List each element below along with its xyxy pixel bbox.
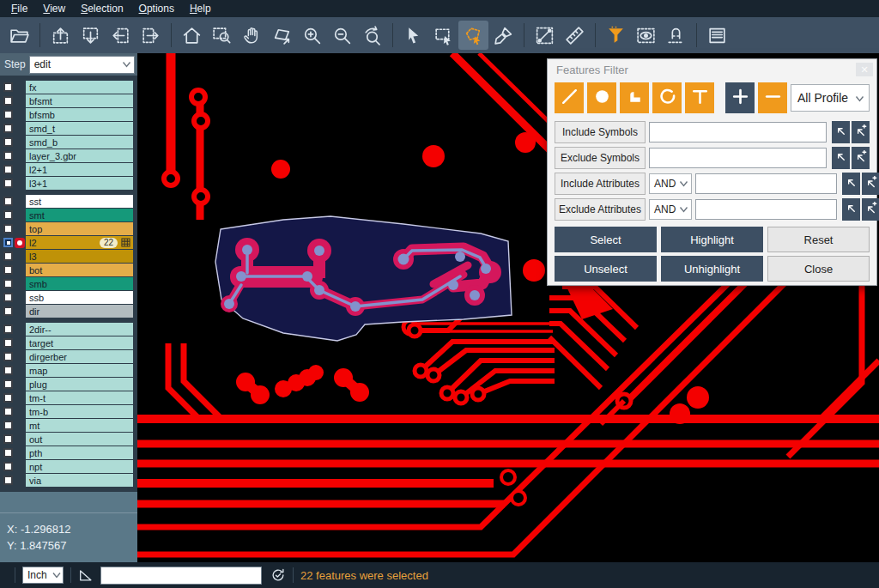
- layer-row-dir[interactable]: dir: [0, 305, 137, 318]
- pointer-select-button[interactable]: [398, 21, 428, 50]
- menu-options[interactable]: Options: [131, 1, 182, 16]
- layer-row-out[interactable]: out: [0, 433, 137, 446]
- polygon-pan-button[interactable]: [267, 21, 297, 50]
- close-button[interactable]: Close: [767, 256, 870, 282]
- include-symbols-button[interactable]: Include Symbols: [555, 121, 646, 143]
- exclude-attributes-operator-select[interactable]: AND: [649, 199, 692, 220]
- text-feature-button[interactable]: [685, 82, 714, 113]
- layer-row-tm-b[interactable]: tm-b: [0, 405, 137, 418]
- layer-name-bar[interactable]: bot: [26, 264, 133, 276]
- unselect-button[interactable]: Unselect: [555, 256, 657, 282]
- layer-visibility-checkbox[interactable]: [3, 366, 13, 375]
- layer-name-bar[interactable]: bfsmb: [26, 108, 133, 121]
- menu-file[interactable]: File: [3, 1, 35, 16]
- layer-visibility-checkbox[interactable]: [3, 338, 13, 348]
- command-input[interactable]: [100, 567, 262, 585]
- layer-row-smd_t[interactable]: smd_t: [0, 122, 137, 135]
- close-icon[interactable]: ✕: [856, 63, 873, 76]
- pad-feature-button[interactable]: [587, 82, 616, 113]
- include-symbols-pick-arrow-button[interactable]: [832, 121, 850, 143]
- line-feature-button[interactable]: [555, 82, 584, 113]
- refresh-check-icon[interactable]: [270, 567, 286, 583]
- layer-name-bar[interactable]: l2+1: [26, 163, 133, 176]
- layer-visibility-checkbox[interactable]: [3, 379, 13, 389]
- layer-row-mt[interactable]: mt: [0, 419, 137, 432]
- layer-row-smt[interactable]: smt: [0, 209, 137, 221]
- layer-name-bar[interactable]: mt: [26, 419, 133, 432]
- layer-name-bar[interactable]: smd_b: [26, 136, 133, 149]
- layer-name-bar[interactable]: smt: [26, 209, 133, 221]
- layer-row-plug[interactable]: plug: [0, 378, 137, 391]
- include-symbols-pick-add-arrow-button[interactable]: [852, 121, 870, 143]
- layer-name-bar[interactable]: top: [26, 222, 133, 235]
- dialog-titlebar[interactable]: Features Filter: [548, 59, 876, 80]
- layer-row-fx[interactable]: fx: [0, 81, 137, 94]
- layer-grid-icon[interactable]: [121, 238, 130, 247]
- layer-visibility-checkbox[interactable]: [3, 179, 13, 188]
- include-attributes-pick-arrow-button[interactable]: [842, 173, 860, 195]
- zoom-previous-button[interactable]: [357, 21, 387, 50]
- layer-name-bar[interactable]: l3: [26, 250, 133, 263]
- layer-visibility-checkbox[interactable]: [3, 96, 13, 106]
- layer-row-target[interactable]: target: [0, 336, 137, 349]
- layer-name-bar[interactable]: out: [26, 433, 133, 446]
- layer-row-dirgerber[interactable]: dirgerber: [0, 350, 137, 363]
- layer-name-bar[interactable]: layer_3.gbr: [26, 149, 133, 162]
- layer-row-smb[interactable]: smb: [0, 277, 137, 290]
- layer-row-bfsmb[interactable]: bfsmb: [0, 108, 137, 121]
- layer-row-pth[interactable]: pth: [0, 446, 137, 459]
- layer-name-bar[interactable]: npt: [26, 460, 133, 473]
- zoom-in-button[interactable]: [297, 21, 327, 50]
- layer-name-bar[interactable]: sst: [26, 195, 133, 208]
- layer-name-bar[interactable]: target: [26, 336, 133, 349]
- layer-name-bar[interactable]: pth: [26, 446, 133, 459]
- layer-name-bar[interactable]: l222: [26, 236, 133, 249]
- layer-row-l2+1[interactable]: l2+1: [0, 163, 137, 176]
- unhighlight-button[interactable]: Unhighlight: [661, 256, 763, 282]
- features-filter-button[interactable]: [601, 21, 631, 50]
- layer-row-ssb[interactable]: ssb: [0, 291, 137, 304]
- exclude-attributes-input[interactable]: [695, 199, 837, 220]
- step-select[interactable]: edit: [29, 56, 135, 74]
- menu-view[interactable]: View: [35, 1, 73, 16]
- layer-visibility-checkbox[interactable]: [3, 279, 13, 288]
- polygon-select-button[interactable]: [458, 21, 488, 50]
- include-attributes-operator-select[interactable]: AND: [649, 173, 692, 194]
- layer-visibility-checkbox[interactable]: [3, 137, 13, 147]
- layer-name-bar[interactable]: bfsmt: [26, 94, 133, 107]
- zoom-home-button[interactable]: [177, 21, 207, 50]
- rectangle-select-button[interactable]: [428, 21, 458, 50]
- layer-name-bar[interactable]: dirgerber: [26, 350, 133, 363]
- layer-visibility-checkbox[interactable]: [3, 224, 13, 233]
- layer-visibility-checkbox[interactable]: [3, 110, 13, 119]
- layer-name-bar[interactable]: map: [26, 364, 133, 377]
- exclude-symbols-input[interactable]: [649, 148, 827, 168]
- surface-feature-button[interactable]: [620, 82, 649, 113]
- shift-view-down-button[interactable]: [76, 21, 106, 50]
- exclude-minus-button[interactable]: [758, 82, 787, 113]
- layer-visibility-checkbox[interactable]: [3, 462, 13, 471]
- layer-row-map[interactable]: map: [0, 364, 137, 377]
- layer-visibility-checkbox[interactable]: [3, 151, 13, 161]
- layer-name-bar[interactable]: smb: [26, 277, 133, 290]
- layer-row-npt[interactable]: npt: [0, 460, 137, 473]
- layer-row-l3+1[interactable]: l3+1: [0, 177, 137, 190]
- layer-visibility-checkbox[interactable]: [3, 265, 13, 275]
- layer-visibility-checkbox[interactable]: [3, 306, 13, 316]
- layer-row-l2[interactable]: l222: [0, 236, 137, 249]
- layer-visibility-checkbox[interactable]: [3, 324, 13, 334]
- layer-row-tm-t[interactable]: tm-t: [0, 391, 137, 404]
- layer-row-layer_3.gbr[interactable]: layer_3.gbr: [0, 149, 137, 162]
- layer-name-bar[interactable]: plug: [26, 378, 133, 391]
- layer-visibility-checkbox[interactable]: [3, 434, 13, 444]
- arc-feature-button[interactable]: [652, 82, 682, 113]
- zoom-out-button[interactable]: [327, 21, 357, 50]
- profile-select[interactable]: All Profile: [791, 84, 870, 112]
- exclude-attributes-pick-add-arrow-button[interactable]: [862, 198, 879, 221]
- layer-visibility-checkbox[interactable]: [3, 393, 13, 403]
- layer-row-bot[interactable]: bot: [0, 264, 137, 276]
- include-attributes-input[interactable]: [695, 173, 837, 194]
- layer-visibility-checkbox[interactable]: [3, 421, 13, 430]
- folder-open-button[interactable]: [4, 21, 34, 50]
- hand-pan-button[interactable]: [237, 21, 267, 50]
